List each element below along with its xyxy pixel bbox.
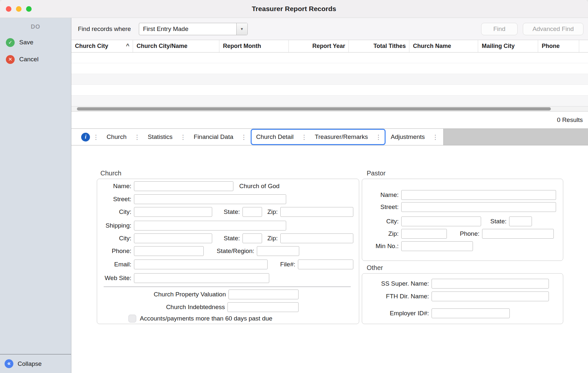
past-due-label: Accounts/payments more than 60 days past… — [140, 315, 272, 322]
find-bar: Find records where First Entry Made ▾ Fi… — [71, 18, 588, 40]
ss-super-name-label: SS Super. Name: — [362, 280, 429, 287]
state-region-label: State/Region: — [204, 247, 254, 255]
vertical-dots-icon: ⋮ — [90, 133, 102, 141]
cancel-button[interactable]: ✕ Cancel — [0, 54, 71, 64]
table-row — [71, 96, 588, 106]
title-bar: Treasurer Report Records — [0, 0, 588, 18]
pastor-state-input[interactable] — [509, 216, 532, 226]
min-no-input[interactable] — [401, 241, 473, 251]
advanced-find-button[interactable]: Advanced Find — [523, 23, 583, 35]
find-criteria-dropdown[interactable]: First Entry Made ▾ — [139, 23, 248, 35]
shipping-state-input[interactable] — [243, 233, 262, 243]
shipping-label: Shipping: — [97, 222, 131, 229]
column-header-report-year[interactable]: Report Year — [289, 40, 349, 52]
church-city-input[interactable] — [134, 207, 212, 217]
church-phone-input[interactable] — [134, 246, 204, 256]
church-box-divider — [104, 287, 351, 287]
tab-statistics[interactable]: Statistics — [143, 133, 177, 141]
info-icon[interactable]: i — [81, 133, 90, 142]
tab-bar-filler — [443, 129, 588, 145]
church-section-label: Church — [100, 170, 121, 177]
tab-church[interactable]: Church — [102, 133, 131, 141]
table-row — [71, 52, 588, 63]
tab-treasurer-remarks[interactable]: Treasurer/Remarks — [310, 133, 373, 141]
save-button[interactable]: ✓ Save — [0, 37, 71, 47]
horizontal-scrollbar[interactable] — [71, 106, 588, 112]
indebtedness-label: Church Indebtedness — [97, 304, 225, 311]
minimize-button[interactable] — [16, 6, 22, 12]
property-valuation-input[interactable] — [228, 290, 299, 299]
column-header-church-name[interactable]: Church Name — [409, 40, 478, 52]
church-state-input[interactable] — [243, 207, 262, 217]
zoom-button[interactable] — [26, 6, 32, 12]
ss-super-name-input[interactable] — [432, 279, 549, 289]
church-phone-label: Phone: — [97, 247, 131, 255]
state-region-input[interactable] — [257, 246, 299, 256]
pastor-street-input[interactable] — [401, 202, 556, 212]
traffic-lights — [6, 0, 32, 18]
table-body — [71, 52, 588, 106]
column-header-total-tithes[interactable]: Total Tithes — [349, 40, 409, 52]
collapse-button[interactable]: « Collapse — [0, 354, 71, 373]
other-group-box: SS Super. Name: FTH Dir. Name: Employer … — [362, 273, 563, 324]
fth-dir-name-input[interactable] — [432, 291, 549, 301]
shipping-zip-label: Zip: — [262, 235, 278, 242]
church-email-label: Email: — [97, 261, 131, 268]
file-number-input[interactable] — [298, 260, 353, 269]
church-email-input[interactable] — [134, 260, 268, 269]
pastor-city-label: City: — [362, 218, 399, 225]
scrollbar-thumb[interactable] — [77, 107, 551, 111]
column-header-filler — [579, 40, 588, 52]
shipping-city-label: City: — [97, 235, 131, 242]
tab-financial-data[interactable]: Financial Data — [189, 133, 238, 141]
column-header-report-month[interactable]: Report Month — [219, 40, 289, 52]
vertical-dots-icon: ⋮ — [429, 133, 441, 141]
sidebar-header: DO — [0, 18, 71, 30]
indebtedness-input[interactable] — [228, 302, 299, 312]
shipping-zip-input[interactable] — [280, 233, 353, 243]
vertical-dots-icon: ⋮ — [131, 133, 143, 141]
church-zip-label: Zip: — [262, 208, 278, 216]
pastor-phone-input[interactable] — [482, 229, 554, 239]
website-input[interactable] — [134, 273, 269, 283]
column-header-church-city-name[interactable]: Church City/Name — [133, 40, 219, 52]
chevron-down-icon: ▾ — [236, 23, 247, 35]
employer-id-input[interactable] — [432, 308, 510, 318]
website-label: Web Site: — [97, 275, 131, 282]
shipping-street-input[interactable] — [134, 221, 286, 231]
church-name-input[interactable] — [134, 181, 233, 191]
window-title: Treasurer Report Records — [252, 5, 336, 13]
property-valuation-label: Church Property Valuation — [97, 291, 226, 298]
shipping-city-input[interactable] — [134, 233, 212, 243]
tab-church-detail[interactable]: Church Detail — [252, 133, 298, 141]
cancel-x-icon: ✕ — [6, 55, 15, 64]
church-city-label: City: — [97, 208, 131, 216]
file-number-label: File#: — [268, 261, 295, 268]
church-street-input[interactable] — [134, 194, 286, 204]
min-no-label: Min No.: — [362, 243, 399, 250]
pastor-zip-input[interactable] — [401, 229, 447, 239]
cancel-label: Cancel — [19, 56, 38, 63]
vertical-dots-icon: ⋮ — [298, 133, 310, 141]
tab-adjustments[interactable]: Adjustments — [386, 133, 430, 141]
vertical-dots-icon: ⋮ — [238, 133, 250, 141]
save-check-icon: ✓ — [6, 38, 15, 47]
pastor-group-box: Name: Street: City: State: Zip: — [362, 179, 563, 261]
pastor-name-input[interactable] — [401, 190, 556, 200]
table-header: Church City ^ Church City/Name Report Mo… — [71, 40, 588, 52]
shipping-state-label: State: — [212, 235, 240, 242]
find-button[interactable]: Find — [481, 23, 518, 35]
pastor-city-input[interactable] — [401, 216, 481, 226]
close-button[interactable] — [6, 6, 11, 12]
pastor-state-label: State: — [481, 218, 507, 225]
column-header-church-city[interactable]: Church City ^ — [71, 40, 133, 52]
past-due-checkbox[interactable] — [128, 315, 136, 322]
results-count: 0 Results — [557, 116, 583, 124]
column-header-phone[interactable]: Phone — [538, 40, 579, 52]
church-zip-input[interactable] — [280, 207, 353, 217]
column-header-mailing-city[interactable]: Mailing City — [478, 40, 538, 52]
dropdown-selected-value: First Entry Made — [139, 25, 236, 33]
sidebar-spacer — [0, 64, 71, 354]
collapse-chevrons-icon: « — [5, 359, 13, 368]
other-section-label: Other — [367, 264, 383, 272]
